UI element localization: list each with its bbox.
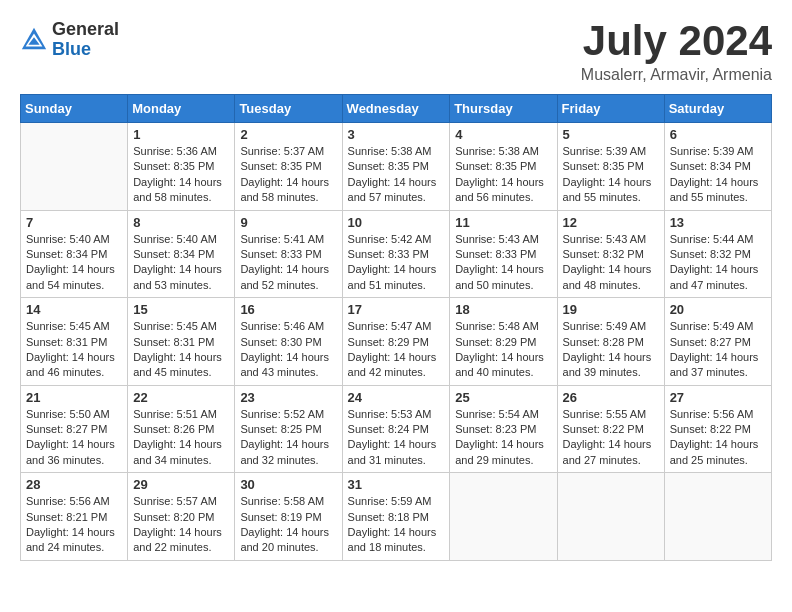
logo: General Blue	[20, 20, 119, 60]
day-info: Sunrise: 5:49 AMSunset: 8:27 PMDaylight:…	[670, 319, 766, 381]
day-info: Sunrise: 5:52 AMSunset: 8:25 PMDaylight:…	[240, 407, 336, 469]
calendar-cell: 10Sunrise: 5:42 AMSunset: 8:33 PMDayligh…	[342, 210, 450, 298]
logo-blue: Blue	[52, 40, 119, 60]
calendar-cell: 21Sunrise: 5:50 AMSunset: 8:27 PMDayligh…	[21, 385, 128, 473]
calendar-cell: 2Sunrise: 5:37 AMSunset: 8:35 PMDaylight…	[235, 123, 342, 211]
day-info: Sunrise: 5:43 AMSunset: 8:33 PMDaylight:…	[455, 232, 551, 294]
day-info: Sunrise: 5:46 AMSunset: 8:30 PMDaylight:…	[240, 319, 336, 381]
day-number: 2	[240, 127, 336, 142]
calendar-cell: 8Sunrise: 5:40 AMSunset: 8:34 PMDaylight…	[128, 210, 235, 298]
calendar-cell: 29Sunrise: 5:57 AMSunset: 8:20 PMDayligh…	[128, 473, 235, 561]
day-info: Sunrise: 5:56 AMSunset: 8:22 PMDaylight:…	[670, 407, 766, 469]
calendar-week-row: 14Sunrise: 5:45 AMSunset: 8:31 PMDayligh…	[21, 298, 772, 386]
day-number: 21	[26, 390, 122, 405]
day-number: 8	[133, 215, 229, 230]
day-info: Sunrise: 5:51 AMSunset: 8:26 PMDaylight:…	[133, 407, 229, 469]
calendar: SundayMondayTuesdayWednesdayThursdayFrid…	[20, 94, 772, 561]
calendar-cell: 16Sunrise: 5:46 AMSunset: 8:30 PMDayligh…	[235, 298, 342, 386]
day-number: 11	[455, 215, 551, 230]
calendar-week-row: 21Sunrise: 5:50 AMSunset: 8:27 PMDayligh…	[21, 385, 772, 473]
calendar-cell: 17Sunrise: 5:47 AMSunset: 8:29 PMDayligh…	[342, 298, 450, 386]
day-number: 22	[133, 390, 229, 405]
day-info: Sunrise: 5:45 AMSunset: 8:31 PMDaylight:…	[26, 319, 122, 381]
calendar-cell: 5Sunrise: 5:39 AMSunset: 8:35 PMDaylight…	[557, 123, 664, 211]
day-number: 28	[26, 477, 122, 492]
day-info: Sunrise: 5:49 AMSunset: 8:28 PMDaylight:…	[563, 319, 659, 381]
day-number: 9	[240, 215, 336, 230]
day-info: Sunrise: 5:39 AMSunset: 8:35 PMDaylight:…	[563, 144, 659, 206]
day-number: 5	[563, 127, 659, 142]
calendar-cell	[450, 473, 557, 561]
calendar-week-row: 28Sunrise: 5:56 AMSunset: 8:21 PMDayligh…	[21, 473, 772, 561]
calendar-cell: 13Sunrise: 5:44 AMSunset: 8:32 PMDayligh…	[664, 210, 771, 298]
calendar-cell	[557, 473, 664, 561]
calendar-cell: 30Sunrise: 5:58 AMSunset: 8:19 PMDayligh…	[235, 473, 342, 561]
calendar-cell	[21, 123, 128, 211]
day-info: Sunrise: 5:50 AMSunset: 8:27 PMDaylight:…	[26, 407, 122, 469]
day-info: Sunrise: 5:38 AMSunset: 8:35 PMDaylight:…	[348, 144, 445, 206]
day-info: Sunrise: 5:38 AMSunset: 8:35 PMDaylight:…	[455, 144, 551, 206]
weekday-header: Wednesday	[342, 95, 450, 123]
calendar-cell: 18Sunrise: 5:48 AMSunset: 8:29 PMDayligh…	[450, 298, 557, 386]
day-info: Sunrise: 5:42 AMSunset: 8:33 PMDaylight:…	[348, 232, 445, 294]
weekday-header: Saturday	[664, 95, 771, 123]
day-number: 15	[133, 302, 229, 317]
day-info: Sunrise: 5:55 AMSunset: 8:22 PMDaylight:…	[563, 407, 659, 469]
day-info: Sunrise: 5:41 AMSunset: 8:33 PMDaylight:…	[240, 232, 336, 294]
day-info: Sunrise: 5:53 AMSunset: 8:24 PMDaylight:…	[348, 407, 445, 469]
day-info: Sunrise: 5:43 AMSunset: 8:32 PMDaylight:…	[563, 232, 659, 294]
day-number: 29	[133, 477, 229, 492]
weekday-header: Monday	[128, 95, 235, 123]
calendar-cell	[664, 473, 771, 561]
day-number: 14	[26, 302, 122, 317]
calendar-cell: 6Sunrise: 5:39 AMSunset: 8:34 PMDaylight…	[664, 123, 771, 211]
day-number: 7	[26, 215, 122, 230]
day-info: Sunrise: 5:40 AMSunset: 8:34 PMDaylight:…	[133, 232, 229, 294]
day-number: 13	[670, 215, 766, 230]
day-info: Sunrise: 5:39 AMSunset: 8:34 PMDaylight:…	[670, 144, 766, 206]
day-number: 6	[670, 127, 766, 142]
weekday-header: Thursday	[450, 95, 557, 123]
day-number: 24	[348, 390, 445, 405]
calendar-cell: 25Sunrise: 5:54 AMSunset: 8:23 PMDayligh…	[450, 385, 557, 473]
calendar-week-row: 7Sunrise: 5:40 AMSunset: 8:34 PMDaylight…	[21, 210, 772, 298]
calendar-cell: 23Sunrise: 5:52 AMSunset: 8:25 PMDayligh…	[235, 385, 342, 473]
calendar-cell: 15Sunrise: 5:45 AMSunset: 8:31 PMDayligh…	[128, 298, 235, 386]
calendar-cell: 3Sunrise: 5:38 AMSunset: 8:35 PMDaylight…	[342, 123, 450, 211]
calendar-week-row: 1Sunrise: 5:36 AMSunset: 8:35 PMDaylight…	[21, 123, 772, 211]
day-info: Sunrise: 5:40 AMSunset: 8:34 PMDaylight:…	[26, 232, 122, 294]
page-header: General Blue July 2024 Musalerr, Armavir…	[20, 20, 772, 84]
calendar-cell: 14Sunrise: 5:45 AMSunset: 8:31 PMDayligh…	[21, 298, 128, 386]
day-number: 1	[133, 127, 229, 142]
day-number: 23	[240, 390, 336, 405]
calendar-cell: 9Sunrise: 5:41 AMSunset: 8:33 PMDaylight…	[235, 210, 342, 298]
day-number: 20	[670, 302, 766, 317]
day-number: 26	[563, 390, 659, 405]
calendar-cell: 7Sunrise: 5:40 AMSunset: 8:34 PMDaylight…	[21, 210, 128, 298]
day-number: 25	[455, 390, 551, 405]
calendar-cell: 31Sunrise: 5:59 AMSunset: 8:18 PMDayligh…	[342, 473, 450, 561]
calendar-cell: 28Sunrise: 5:56 AMSunset: 8:21 PMDayligh…	[21, 473, 128, 561]
day-number: 19	[563, 302, 659, 317]
calendar-cell: 4Sunrise: 5:38 AMSunset: 8:35 PMDaylight…	[450, 123, 557, 211]
day-number: 12	[563, 215, 659, 230]
day-info: Sunrise: 5:45 AMSunset: 8:31 PMDaylight:…	[133, 319, 229, 381]
day-number: 27	[670, 390, 766, 405]
title-area: July 2024 Musalerr, Armavir, Armenia	[581, 20, 772, 84]
calendar-cell: 20Sunrise: 5:49 AMSunset: 8:27 PMDayligh…	[664, 298, 771, 386]
calendar-cell: 22Sunrise: 5:51 AMSunset: 8:26 PMDayligh…	[128, 385, 235, 473]
day-info: Sunrise: 5:58 AMSunset: 8:19 PMDaylight:…	[240, 494, 336, 556]
day-info: Sunrise: 5:57 AMSunset: 8:20 PMDaylight:…	[133, 494, 229, 556]
calendar-cell: 11Sunrise: 5:43 AMSunset: 8:33 PMDayligh…	[450, 210, 557, 298]
day-info: Sunrise: 5:56 AMSunset: 8:21 PMDaylight:…	[26, 494, 122, 556]
calendar-cell: 24Sunrise: 5:53 AMSunset: 8:24 PMDayligh…	[342, 385, 450, 473]
day-number: 10	[348, 215, 445, 230]
logo-icon	[20, 26, 48, 54]
day-info: Sunrise: 5:47 AMSunset: 8:29 PMDaylight:…	[348, 319, 445, 381]
calendar-header-row: SundayMondayTuesdayWednesdayThursdayFrid…	[21, 95, 772, 123]
day-info: Sunrise: 5:36 AMSunset: 8:35 PMDaylight:…	[133, 144, 229, 206]
weekday-header: Friday	[557, 95, 664, 123]
day-number: 16	[240, 302, 336, 317]
calendar-cell: 27Sunrise: 5:56 AMSunset: 8:22 PMDayligh…	[664, 385, 771, 473]
location: Musalerr, Armavir, Armenia	[581, 66, 772, 84]
